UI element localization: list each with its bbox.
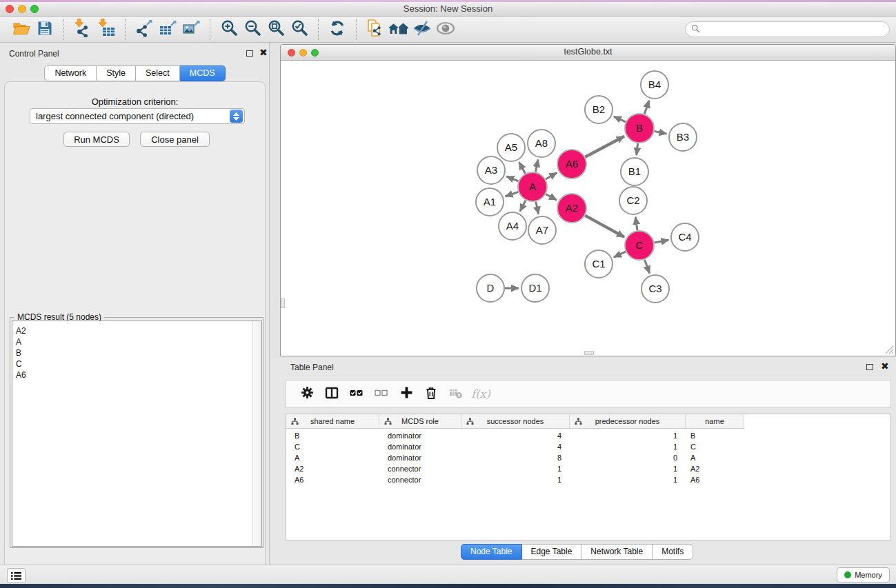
cell-predecessor-nodes[interactable]: 1 [570,465,686,473]
zoom-network-button[interactable] [311,49,319,57]
minimize-window-button[interactable] [18,5,26,13]
graph-node-A3[interactable]: A3 [477,156,505,184]
graph-node-C2[interactable]: C2 [619,187,647,214]
add-column-button[interactable] [394,383,419,405]
tab-motifs[interactable]: Motifs [653,544,693,560]
cell-successor-nodes[interactable]: 1 [461,465,570,473]
edge-A-A8[interactable] [535,160,538,172]
cell-successor-nodes[interactable]: 4 [461,443,570,451]
resize-grip-icon[interactable] [885,345,894,354]
graph-node-C1[interactable]: C1 [585,250,613,278]
table-row[interactable]: Bdominator41B [286,430,890,441]
cell-name[interactable]: A2 [686,465,744,473]
settings-button[interactable] [295,383,319,405]
edge-B-B4[interactable] [644,101,649,114]
cell-name[interactable]: B [686,432,744,440]
mcds-result-item[interactable]: C [12,358,261,369]
criterion-dropdown[interactable]: largest connected component (directed) [30,108,245,124]
cell-successor-nodes[interactable]: 8 [461,454,570,462]
close-panel-icon[interactable]: ✖ [259,49,268,56]
edge-B-B3[interactable] [655,131,667,134]
cell-predecessor-nodes[interactable]: 1 [570,443,686,451]
graph-node-B1[interactable]: B1 [621,158,648,185]
function-builder-button[interactable]: f(x) [468,383,493,405]
tab-mcds[interactable]: MCDS [180,65,226,81]
zoom-window-button[interactable] [30,5,39,13]
table-row[interactable]: Cdominator41C [286,441,890,452]
float-panel-icon[interactable] [246,50,253,57]
cell-successor-nodes[interactable]: 4 [461,432,570,440]
edge-A2-C[interactable] [585,216,624,237]
cell-predecessor-nodes[interactable]: 0 [570,454,686,462]
search-field[interactable] [685,21,890,37]
column-header-predecessor-nodes[interactable]: predecessor nodes [570,414,686,429]
edge-A-A3[interactable] [506,176,518,181]
column-header-shared-name[interactable]: shared name [286,414,379,429]
edge-C-C3[interactable] [645,260,650,274]
graph-node-A6[interactable]: A6 [557,150,586,179]
export-image-button[interactable] [179,19,203,40]
cell-name[interactable]: C [686,443,744,451]
edge-C-C4[interactable] [655,240,669,243]
save-session-button[interactable] [33,19,57,40]
refresh-network-button[interactable] [326,19,349,40]
clone-network-button[interactable] [364,19,387,40]
graph-node-D[interactable]: D [477,274,504,302]
graph-node-A1[interactable]: A1 [476,188,504,216]
cell-MCDS-role[interactable]: connector [379,476,461,484]
table-row[interactable]: Adominator80A [286,452,890,463]
cell-shared-name[interactable]: A [286,454,379,462]
graph-node-C3[interactable]: C3 [641,275,669,303]
zoom-out-button[interactable] [241,19,264,40]
scrollbar-track[interactable] [252,321,261,546]
graph-node-C4[interactable]: C4 [671,223,699,251]
graph-node-B3[interactable]: B3 [669,123,697,151]
cell-shared-name[interactable]: A2 [286,465,379,473]
graph-node-B2[interactable]: B2 [585,96,613,123]
cell-MCDS-role[interactable]: dominator [379,432,461,440]
tab-select[interactable]: Select [136,65,180,81]
column-header-successor-nodes[interactable]: successor nodes [461,414,570,429]
export-table-button[interactable] [156,19,179,40]
close-panel-icon[interactable]: ✖ [881,363,889,369]
mcds-result-item[interactable]: B [12,347,261,358]
horizontal-scroll-grip[interactable] [584,351,594,355]
edge-A-A6[interactable] [546,173,557,180]
graph-node-B4[interactable]: B4 [641,71,668,99]
graph-node-A[interactable]: A [518,172,547,201]
edge-C-C1[interactable] [614,252,626,257]
table-row[interactable]: A6connector11A6 [286,474,890,485]
delete-table-button[interactable] [444,383,468,405]
tab-style[interactable]: Style [97,65,136,81]
graph-node-A7[interactable]: A7 [528,216,556,244]
graphics-details-button[interactable] [434,19,457,40]
cell-MCDS-role[interactable]: dominator [379,454,461,462]
edge-A-A1[interactable] [506,192,519,196]
deselect-all-button[interactable] [369,383,394,405]
minimize-network-button[interactable] [299,49,307,57]
edge-B-B2[interactable] [614,116,626,122]
graph-node-C[interactable]: C [625,231,654,260]
cell-name[interactable]: A [686,454,744,462]
edge-A6-B[interactable] [585,136,624,157]
memory-button[interactable]: Memory [837,567,890,582]
close-window-button[interactable] [6,5,14,13]
zoom-selected-button[interactable] [288,19,311,40]
edge-A-A2[interactable] [546,194,557,201]
zoom-fit-button[interactable] [264,19,288,40]
tab-network-table[interactable]: Network Table [581,544,653,560]
graph-node-A4[interactable]: A4 [499,212,526,240]
mcds-result-item[interactable]: A [12,336,261,347]
column-header-name[interactable]: name [686,414,744,429]
mcds-result-item[interactable]: A6 [12,369,261,381]
network-canvas[interactable]: B4B2BB3A5A8A6B1A3AC2A1A2A4A7C4CC1C3DD1 [281,61,895,356]
graph-node-A5[interactable]: A5 [497,134,525,161]
graph-node-A8[interactable]: A8 [528,130,555,157]
edge-B-B1[interactable] [637,143,638,155]
mcds-result-list[interactable]: A2ABCA6 [12,321,262,547]
run-mcds-button[interactable]: Run MCDS [63,132,130,147]
tab-node-table[interactable]: Node Table [461,544,522,560]
cell-MCDS-role[interactable]: connector [379,465,461,473]
cell-shared-name[interactable]: A6 [286,476,379,484]
tab-edge-table[interactable]: Edge Table [522,544,582,560]
